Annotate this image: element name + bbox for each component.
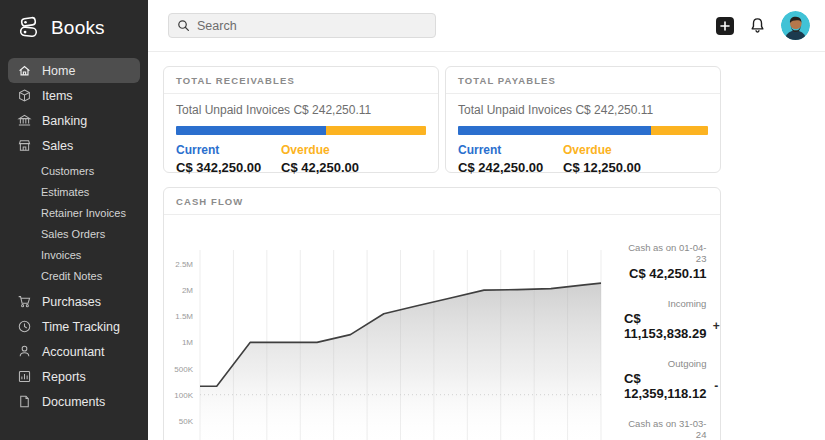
sidebar-item-reports[interactable]: Reports xyxy=(8,364,140,389)
cash-flow-card: CASH FLOW 050K100K500K1M1.5M2M2.5MAPRMAY… xyxy=(163,187,721,440)
topbar xyxy=(148,0,825,52)
unpaid-invoices-text: Total Unpaid Invoices C$ 242,250.11 xyxy=(176,103,426,117)
y-tick-label: 2.5M xyxy=(175,260,193,269)
app-title: Books xyxy=(51,17,105,39)
sidebar-item-purchases[interactable]: Purchases xyxy=(8,289,140,314)
card-title: TOTAL RECEIVABLES xyxy=(164,67,438,94)
sidebar-item-home[interactable]: Home xyxy=(8,58,140,83)
stat-value: C$ 11,153,838.29 xyxy=(624,311,709,341)
y-tick-label: 2M xyxy=(182,286,193,295)
stat-value: C$ 42,250.11 xyxy=(629,266,706,281)
banking-icon xyxy=(17,113,32,128)
sidebar-item-sales[interactable]: Sales xyxy=(8,133,140,158)
sidebar-item-label: Time Tracking xyxy=(42,320,120,334)
sidebar-subitem-customers[interactable]: Customers xyxy=(0,160,148,181)
items-icon xyxy=(17,88,32,103)
cashflow-stat-cash-as-on-31-03-24: Cash as on 31-03-24C$ 1,541,933.67= xyxy=(624,418,723,440)
cashflow-stat-incoming: IncomingC$ 11,153,838.29+ xyxy=(624,298,723,341)
sidebar: Books HomeItemsBankingSalesCustomersEsti… xyxy=(0,0,148,440)
stat-value: C$ 12,359,118.12 xyxy=(624,371,709,401)
time-tracking-icon xyxy=(17,319,32,334)
current-bar-segment xyxy=(176,126,326,135)
logo[interactable]: Books xyxy=(0,0,148,52)
sidebar-item-label: Banking xyxy=(42,114,87,128)
current-bar-segment xyxy=(458,126,651,135)
stat-label: Outgoing xyxy=(624,358,723,369)
accountant-icon xyxy=(17,344,32,359)
sidebar-item-label: Accountant xyxy=(42,345,105,359)
bell-icon xyxy=(749,17,766,34)
documents-icon xyxy=(17,394,32,409)
sidebar-item-label: Reports xyxy=(42,370,86,384)
y-tick-label: 500K xyxy=(174,365,193,374)
plus-icon xyxy=(720,21,730,31)
sales-icon xyxy=(17,138,32,153)
receivables-progress-bar xyxy=(176,126,426,135)
overdue-label: Overdue xyxy=(563,143,641,157)
sidebar-item-label: Purchases xyxy=(42,295,101,309)
cash-flow-summary: Cash as on 01-04-23C$ 42,250.11IncomingC… xyxy=(624,215,733,440)
sidebar-item-label: Documents xyxy=(42,395,105,409)
overdue-value: C$ 42,250.00 xyxy=(281,160,359,175)
stat-operator: + xyxy=(709,319,723,333)
sidebar-item-banking[interactable]: Banking xyxy=(8,108,140,133)
unpaid-invoices-text: Total Unpaid Invoices C$ 242,250.11 xyxy=(458,103,708,117)
topbar-actions xyxy=(716,11,810,40)
reports-icon xyxy=(17,369,32,384)
payables-progress-bar xyxy=(458,126,708,135)
sidebar-nav: HomeItemsBankingSalesCustomersEstimatesR… xyxy=(0,52,148,420)
cashflow-stat-outgoing: OutgoingC$ 12,359,118.12- xyxy=(624,358,723,401)
stat-operator: - xyxy=(709,379,723,393)
stat-label: Cash as on 31-03-24 xyxy=(624,418,723,440)
search-box[interactable] xyxy=(168,13,436,38)
stat-label: Cash as on 01-04-23 xyxy=(624,242,723,264)
books-logo-icon xyxy=(16,15,42,40)
sidebar-item-items[interactable]: Items xyxy=(8,83,140,108)
overdue-label: Overdue xyxy=(281,143,359,157)
notifications-button[interactable] xyxy=(749,17,766,34)
sidebar-item-time-tracking[interactable]: Time Tracking xyxy=(8,314,140,339)
overdue-bar-segment xyxy=(326,126,426,135)
sidebar-item-label: Home xyxy=(42,64,75,78)
overdue-bar-segment xyxy=(651,126,709,135)
current-label: Current xyxy=(176,143,281,157)
card-title: TOTAL PAYABLES xyxy=(446,67,720,94)
current-value: C$ 242,250.00 xyxy=(458,160,563,175)
current-value: C$ 342,250.00 xyxy=(176,160,281,175)
quick-add-button[interactable] xyxy=(716,17,734,35)
y-tick-label: 100K xyxy=(174,391,193,400)
cashflow-stat-cash-as-on-01-04-23: Cash as on 01-04-23C$ 42,250.11 xyxy=(624,242,723,281)
sidebar-sublist: CustomersEstimatesRetainer InvoicesSales… xyxy=(0,158,148,289)
dashboard-content: TOTAL RECEIVABLES Total Unpaid Invoices … xyxy=(148,52,825,440)
search-input[interactable] xyxy=(197,19,427,33)
app-window: Books HomeItemsBankingSalesCustomersEsti… xyxy=(0,0,825,440)
total-receivables-card: TOTAL RECEIVABLES Total Unpaid Invoices … xyxy=(163,66,439,173)
sidebar-subitem-credit-notes[interactable]: Credit Notes xyxy=(0,265,148,286)
y-tick-label: 1M xyxy=(182,338,193,347)
sidebar-subitem-estimates[interactable]: Estimates xyxy=(0,181,148,202)
search-icon xyxy=(177,19,190,32)
sidebar-subitem-invoices[interactable]: Invoices xyxy=(0,244,148,265)
y-tick-label: 1.5M xyxy=(175,312,193,321)
current-label: Current xyxy=(458,143,563,157)
sidebar-item-accountant[interactable]: Accountant xyxy=(8,339,140,364)
cash-flow-chart: 050K100K500K1M1.5M2M2.5MAPRMAYJUNJULAUGS… xyxy=(164,215,624,440)
home-icon xyxy=(17,63,32,78)
sidebar-subitem-sales-orders[interactable]: Sales Orders xyxy=(0,223,148,244)
purchases-icon xyxy=(17,294,32,309)
card-title: CASH FLOW xyxy=(164,188,720,215)
user-avatar[interactable] xyxy=(781,11,810,40)
sidebar-item-label: Sales xyxy=(42,139,73,153)
sidebar-item-label: Items xyxy=(42,89,73,103)
sidebar-subitem-retainer-invoices[interactable]: Retainer Invoices xyxy=(0,202,148,223)
main-area: TOTAL RECEIVABLES Total Unpaid Invoices … xyxy=(148,0,825,440)
y-tick-label: 50K xyxy=(179,417,194,426)
stat-label: Incoming xyxy=(624,298,723,309)
cash-flow-area-chart: 050K100K500K1M1.5M2M2.5MAPRMAYJUNJULAUGS… xyxy=(164,236,624,440)
total-payables-card: TOTAL PAYABLES Total Unpaid Invoices C$ … xyxy=(445,66,721,173)
sidebar-item-documents[interactable]: Documents xyxy=(8,389,140,414)
overdue-value: C$ 12,250.00 xyxy=(563,160,641,175)
